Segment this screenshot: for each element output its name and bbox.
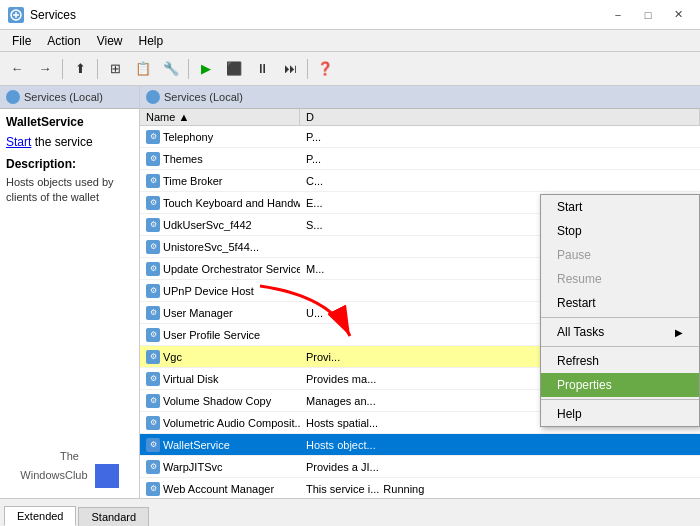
ctx-sep-3 <box>541 399 699 400</box>
ctx-restart[interactable]: Restart <box>541 291 699 315</box>
left-header-text: Services (Local) <box>24 91 103 103</box>
tab-standard[interactable]: Standard <box>78 507 149 526</box>
col-desc[interactable]: D <box>300 109 700 125</box>
help-button[interactable]: ❓ <box>312 56 338 82</box>
row-icon: ⚙ <box>146 438 160 452</box>
row-icon: ⚙ <box>146 262 160 276</box>
table-row[interactable]: ⚙WarpJITSvc Provides a JI... <box>140 456 700 478</box>
table-row[interactable]: ⚙Web Account Manager This service i... R… <box>140 478 700 498</box>
menu-help[interactable]: Help <box>131 32 172 50</box>
row-icon: ⚙ <box>146 284 160 298</box>
row-icon: ⚙ <box>146 174 160 188</box>
row-icon: ⚙ <box>146 306 160 320</box>
window-controls: − □ ✕ <box>604 4 692 26</box>
menu-bar: File Action View Help <box>0 30 700 52</box>
toolbar-sep-2 <box>97 59 98 79</box>
row-icon: ⚙ <box>146 130 160 144</box>
title-bar: Services − □ ✕ <box>0 0 700 30</box>
context-menu: Start Stop Pause Resume Restart All Task… <box>540 194 700 427</box>
play-button[interactable]: ▶ <box>193 56 219 82</box>
back-button[interactable]: ← <box>4 56 30 82</box>
left-panel-header: Services (Local) <box>0 86 139 109</box>
row-icon: ⚙ <box>146 328 160 342</box>
right-header-text: Services (Local) <box>164 91 243 103</box>
table-row[interactable]: ⚙Telephony P... <box>140 126 700 148</box>
toolbar-sep-1 <box>62 59 63 79</box>
pause-button[interactable]: ⏸ <box>249 56 275 82</box>
ctx-sep-2 <box>541 346 699 347</box>
status-bar: Extended Standard <box>0 498 700 526</box>
table-row-wallet[interactable]: ⚙WalletService Hosts object... <box>140 434 700 456</box>
service-name: WalletService <box>6 115 133 129</box>
menu-view[interactable]: View <box>89 32 131 50</box>
right-panel: Services (Local) Name ▲ D ⚙Telephony P..… <box>140 86 700 498</box>
toolbar: ← → ⬆ ⊞ 📋 🔧 ▶ ⬛ ⏸ ⏭ ❓ <box>0 52 700 86</box>
prop-button[interactable]: 🔧 <box>158 56 184 82</box>
window-title: Services <box>30 8 598 22</box>
ctx-stop[interactable]: Stop <box>541 219 699 243</box>
toolbar-sep-3 <box>188 59 189 79</box>
forward-button[interactable]: → <box>32 56 58 82</box>
ctx-help[interactable]: Help <box>541 402 699 426</box>
start-link[interactable]: Start <box>6 135 31 149</box>
watermark-icon <box>95 464 119 488</box>
maximize-button[interactable]: □ <box>634 4 662 26</box>
description-text: Hosts objects used by clients of the wal… <box>6 175 133 206</box>
table-row[interactable]: ⚙Themes P... <box>140 148 700 170</box>
up-button[interactable]: ⬆ <box>67 56 93 82</box>
row-icon: ⚙ <box>146 240 160 254</box>
row-icon: ⚙ <box>146 196 160 210</box>
ctx-all-tasks[interactable]: All Tasks ▶ <box>541 320 699 344</box>
row-icon: ⚙ <box>146 394 160 408</box>
main-layout: Services (Local) WalletService Start the… <box>0 86 700 498</box>
stop-button[interactable]: ⬛ <box>221 56 247 82</box>
right-panel-header: Services (Local) <box>140 86 700 109</box>
restart-button[interactable]: ⏭ <box>277 56 303 82</box>
menu-file[interactable]: File <box>4 32 39 50</box>
minimize-button[interactable]: − <box>604 4 632 26</box>
show-hide-button[interactable]: ⊞ <box>102 56 128 82</box>
row-icon: ⚙ <box>146 372 160 386</box>
ctx-arrow-icon: ▶ <box>675 327 683 338</box>
ctx-pause: Pause <box>541 243 699 267</box>
left-header-icon <box>6 90 20 104</box>
ctx-refresh[interactable]: Refresh <box>541 349 699 373</box>
left-content: WalletService Start the service Descript… <box>0 109 139 439</box>
ctx-properties[interactable]: Properties <box>541 373 699 397</box>
export-button[interactable]: 📋 <box>130 56 156 82</box>
tab-extended[interactable]: Extended <box>4 506 76 526</box>
row-icon: ⚙ <box>146 460 160 474</box>
row-icon: ⚙ <box>146 416 160 430</box>
menu-action[interactable]: Action <box>39 32 88 50</box>
table-row[interactable]: ⚙Time Broker C... <box>140 170 700 192</box>
watermark: The WindowsClub <box>0 439 139 498</box>
left-panel: Services (Local) WalletService Start the… <box>0 86 140 498</box>
right-header-icon <box>146 90 160 104</box>
toolbar-sep-4 <box>307 59 308 79</box>
row-icon: ⚙ <box>146 218 160 232</box>
row-icon: ⚙ <box>146 152 160 166</box>
description-label: Description: <box>6 157 133 171</box>
ctx-start[interactable]: Start <box>541 195 699 219</box>
ctx-sep-1 <box>541 317 699 318</box>
row-icon: ⚙ <box>146 350 160 364</box>
close-button[interactable]: ✕ <box>664 4 692 26</box>
ctx-resume: Resume <box>541 267 699 291</box>
app-icon <box>8 7 24 23</box>
start-service-text: Start the service <box>6 135 133 149</box>
row-icon: ⚙ <box>146 482 160 496</box>
table-header: Name ▲ D <box>140 109 700 126</box>
col-name[interactable]: Name ▲ <box>140 109 300 125</box>
